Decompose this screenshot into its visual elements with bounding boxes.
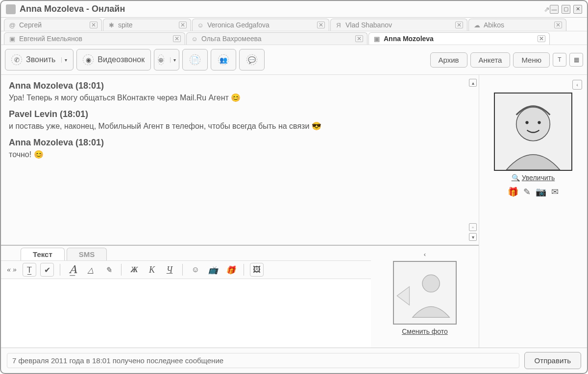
scrollbar: ▴ [469,79,477,87]
mail-icon[interactable]: ✉ [551,187,559,197]
input-tab-sms[interactable]: SMS [67,248,107,260]
gift-icon[interactable]: 🎁 [508,187,518,197]
tab-evgeny[interactable]: ▣ Евгений Емельянов ✕ [4,32,185,45]
tab-close-icon[interactable]: ✕ [179,22,187,28]
scroll-up-button[interactable]: ▴ [469,79,477,87]
tab-close-icon[interactable]: ✕ [355,35,363,42]
underline-button[interactable]: Ч [163,263,176,277]
people-icon: 👥 [218,54,229,65]
tab-abikos[interactable]: ☁ Abikos ✕ [468,19,566,31]
image-button[interactable]: 🖼 [250,263,264,277]
tab-close-icon[interactable]: ✕ [317,22,325,28]
message-text: и поставь уже, наконец, Мобильный Агент … [9,122,309,130]
highlight-button[interactable]: ✎ [101,263,115,277]
edit-icon[interactable]: ✎ [523,187,531,197]
tab-close-icon[interactable]: ✕ [538,35,545,42]
contacts-button[interactable]: 👥 [211,49,236,70]
svg-point-4 [525,121,528,124]
message-author: Pavel Levin [9,109,57,119]
user-icon: ☺ [191,35,198,43]
side-action-icons: 🎁 ✎ 📷 ✉ [508,187,559,197]
camera-icon[interactable]: 📷 [536,187,546,197]
message-author: Anna Mozoleva [9,138,73,147]
input-right-panel: ‹ Сменить фото [371,246,479,348]
videocall-button[interactable]: ◉ Видеозвонок [76,49,151,70]
emoji-icon: 😊 [34,150,44,159]
format-bar: « » T̲ ✔ A̲ △ ✎ Ж К Ч ☺ 📺 🎁 [1,260,371,279]
scroll-track-button[interactable]: ▫ [469,223,477,231]
file-icon: 📄 [190,54,200,65]
media-button[interactable]: 📺 [206,263,220,277]
zoom-label: Увеличить [522,174,555,182]
tab-label: Anna Mozoleva [384,35,533,43]
call-button[interactable]: ✆ Звонить ▾ [5,49,74,70]
grid-mode-button[interactable]: ▦ [569,53,583,67]
window-title: Anna Mozoleva - Онлайн [20,4,540,14]
maximize-button[interactable]: ▢ [562,5,570,14]
message-text: точно! [9,150,31,159]
tab-close-icon[interactable]: ✕ [554,22,562,28]
spellcheck-button[interactable]: ✔ [40,263,54,277]
send-button[interactable]: Отправить [524,352,581,369]
chevron-down-icon[interactable]: ▾ [61,57,67,63]
message-time: 18:01 [63,109,85,119]
menu-button[interactable]: Меню [513,52,550,68]
message-header: Anna Mozoleva (18:01) [9,81,471,91]
input-tab-text[interactable]: Текст [21,248,65,260]
scroll-down-button[interactable]: ▾ [469,233,477,241]
emoji-icon: 😊 [231,94,241,102]
footer: 7 февраля 2011 года в 18:01 получено пос… [1,348,587,373]
square-icon: ▣ [373,35,381,43]
profile-button[interactable]: Анкета [470,52,511,68]
text-format-button[interactable]: T̲ [23,263,36,277]
gift-button[interactable]: 🎁 [224,263,238,277]
tab-label: Veronica Gedgafova [207,21,312,29]
close-button[interactable]: ✕ [573,5,582,14]
tab-olga[interactable]: ☺ Ольга Вахромеева ✕ [186,32,368,45]
user-icon: ☺ [196,21,204,29]
minimize-button[interactable]: ― [550,5,559,14]
archive-button[interactable]: Архив [430,52,467,68]
change-photo-link[interactable]: Сменить фото [402,327,448,335]
collapse-side-panel-button[interactable]: ‹ [572,80,582,90]
call-label: Звонить [26,55,55,64]
color-button[interactable]: △ [84,263,98,277]
chat-button[interactable]: 💬 [239,49,265,70]
text-mode-button[interactable]: T [553,53,566,67]
files-button[interactable]: 📄 [182,49,208,70]
collapse-input-panel-button[interactable]: ‹ [424,251,426,258]
input-section: Текст SMS « » T̲ ✔ A̲ △ ✎ Ж К Ч [1,245,479,348]
tab-anna[interactable]: ▣ Anna Mozoleva ✕ [368,32,550,45]
app-logo-icon [6,4,16,14]
bold-button[interactable]: Ж [127,263,141,277]
tab-close-icon[interactable]: ✕ [173,35,181,42]
pin-icon[interactable]: ⇗ [544,5,550,13]
quote-button[interactable]: « » [5,263,19,277]
messages-list: ▴ Anna Mozoleva (18:01) Ура! Теперь я мо… [1,75,479,245]
emoji-button[interactable]: ☺ [189,263,202,277]
message-header: Pavel Levin (18:01) [9,109,471,119]
square-icon: ▣ [8,35,16,43]
emoji-icon: 😎 [312,122,321,130]
message-author: Anna Mozoleva [9,81,73,91]
message-body: точно! 😊 [9,150,471,159]
italic-button[interactable]: К [145,263,159,277]
tab-close-icon[interactable]: ✕ [455,22,463,28]
tab-close-icon[interactable]: ✕ [90,22,98,28]
svg-point-3 [516,107,550,141]
games-button[interactable]: ⊕ ▾ [154,49,179,70]
message-input[interactable] [1,279,371,348]
tab-veronica[interactable]: ☺ Veronica Gedgafova ✕ [192,19,329,31]
svg-point-1 [422,275,440,292]
phone-icon: ✆ [11,54,22,65]
zoom-link[interactable]: 🔍 Увеличить [512,174,555,182]
tab-sergey[interactable]: @ Сергей ✕ [4,19,102,31]
font-button[interactable]: A̲ [66,263,80,277]
tab-label: spite [118,21,174,29]
tab-vlad[interactable]: Я Vlad Shabanov ✕ [330,19,467,31]
message: Anna Mozoleva (18:01) точно! 😊 [9,138,471,159]
chevron-down-icon[interactable]: ▾ [170,57,176,63]
tab-label: Сергей [19,21,85,29]
tab-spite[interactable]: ✱ spite ✕ [103,19,191,31]
message-text: Ура! Теперь я могу общаться ВКонтакте че… [9,94,229,102]
